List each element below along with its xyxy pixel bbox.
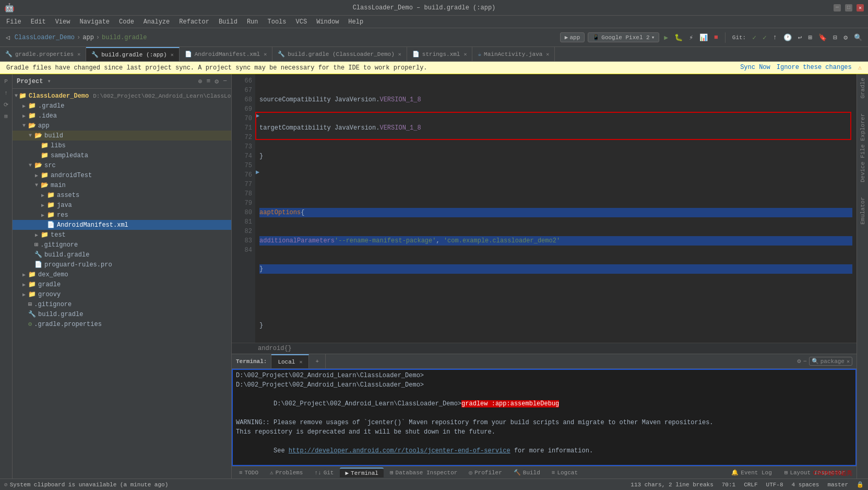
tree-item-androidtest[interactable]: ▶ 📁 androidTest xyxy=(13,170,231,180)
tree-item-gitignore-root[interactable]: ⊞ .gitignore xyxy=(13,299,231,309)
tree-item-gradle-props-root[interactable]: ⚙ .gradle.properties xyxy=(13,319,231,329)
tree-item-libs[interactable]: 📁 libs xyxy=(13,141,231,150)
ignore-changes-link[interactable]: Ignore these changes xyxy=(777,64,852,72)
tab-mainactivity[interactable]: ☕ MainActivity.java ✕ xyxy=(472,47,555,61)
tab-build-gradle-app[interactable]: 🔧 build.gradle (:app) ✕ xyxy=(86,47,179,61)
fold-arrow-70[interactable]: ▶ xyxy=(256,112,259,120)
menu-run[interactable]: Run xyxy=(243,17,263,27)
panel-dropdown-icon[interactable]: ▾ xyxy=(47,77,51,85)
sync-now-link[interactable]: Sync Now xyxy=(740,64,770,72)
profile-button[interactable]: 📊 xyxy=(698,32,709,43)
panel-sync-icon[interactable]: ⊕ xyxy=(198,77,203,86)
git-history-icon[interactable]: 🕐 xyxy=(782,32,793,43)
menu-navigate[interactable]: Navigate xyxy=(75,17,114,27)
panel-collapse-icon[interactable]: ≡ xyxy=(207,77,211,85)
git-check2-icon[interactable]: ✓ xyxy=(761,32,768,43)
footer-tab-git[interactable]: ↑↓ Git xyxy=(309,469,339,477)
coverage-button[interactable]: ⚡ xyxy=(687,32,695,43)
menu-file[interactable]: File xyxy=(2,17,26,27)
tree-item-main[interactable]: ▼ 📂 main xyxy=(13,180,231,190)
tree-item-androidmanifest[interactable]: 📄 AndroidManifest.xml xyxy=(13,220,231,230)
tab-androidmanifest[interactable]: 📄 AndroidManifest.xml ✕ xyxy=(180,47,272,61)
tree-item-groovy[interactable]: ▶ 📁 groovy xyxy=(13,289,231,299)
tree-item-sampledata[interactable]: 📁 sampledata xyxy=(13,150,231,160)
stop-button[interactable]: ■ xyxy=(712,32,720,42)
git-revert-icon[interactable]: ↩ xyxy=(796,32,804,43)
tree-item-res[interactable]: ▶ 📁 res xyxy=(13,210,231,220)
git-push-icon[interactable]: ↑ xyxy=(771,32,779,42)
terminal-local-close[interactable]: ✕ xyxy=(299,359,302,365)
resource-manager-icon[interactable]: ⊞ xyxy=(1,111,11,121)
tree-item-src[interactable]: ▼ 📂 src xyxy=(13,160,231,170)
term-link[interactable]: http://developer.android.com/r/tools/jce… xyxy=(289,447,510,454)
tree-item-gitignore-app[interactable]: ⊞ .gitignore xyxy=(13,240,231,250)
tab-strings-xml[interactable]: 📄 strings.xml ✕ xyxy=(407,47,473,61)
breadcrumb-app[interactable]: app xyxy=(82,34,94,41)
breadcrumb-file[interactable]: build.gradle xyxy=(102,34,147,41)
project-icon[interactable]: P xyxy=(1,76,11,87)
run-config-button[interactable]: ▶ app xyxy=(560,32,585,42)
right-strip-device-explorer[interactable]: Device File Explorer xyxy=(859,112,867,184)
tab-close-strings[interactable]: ✕ xyxy=(463,51,467,57)
terminal-search-close[interactable]: ✕ xyxy=(847,358,850,365)
footer-tab-todo[interactable]: ≡ TODO xyxy=(234,469,264,477)
tree-item-assets[interactable]: ▶ 📁 assets xyxy=(13,190,231,200)
tree-item-app[interactable]: ▼ 📂 app xyxy=(13,121,231,131)
commit-icon[interactable]: ↑ xyxy=(1,88,11,98)
menu-help[interactable]: Help xyxy=(344,17,367,27)
tab-close-manifest[interactable]: ✕ xyxy=(264,51,267,57)
footer-tab-terminal[interactable]: ▶ Terminal xyxy=(340,468,383,477)
terminal-minimize-icon[interactable]: − xyxy=(803,358,807,365)
status-indent[interactable]: 4 spaces xyxy=(792,482,819,488)
menu-view[interactable]: View xyxy=(51,17,75,27)
status-charset[interactable]: UTF-8 xyxy=(766,482,783,488)
status-encoding[interactable]: CRLF xyxy=(744,482,757,488)
git-check-icon[interactable]: ✓ xyxy=(751,32,758,43)
footer-tab-database[interactable]: ⊞ Database Inspector xyxy=(385,468,462,477)
menu-code[interactable]: Code xyxy=(115,17,138,27)
close-button[interactable]: ✕ xyxy=(857,4,864,11)
breadcrumb-project[interactable]: ClassLoader_Demo xyxy=(15,34,75,41)
status-branch[interactable]: master xyxy=(827,482,848,488)
footer-tab-event-log[interactable]: 🔔 Event Log xyxy=(726,468,777,477)
panel-settings-icon[interactable]: ⚙ xyxy=(215,77,219,86)
terminal-add-tab[interactable]: + xyxy=(309,354,326,368)
right-strip-gradle[interactable]: Gradle xyxy=(859,76,867,100)
menu-edit[interactable]: Edit xyxy=(27,17,50,27)
tab-gradle-properties[interactable]: 🔧 gradle.properties ✕ xyxy=(0,47,86,61)
search-everywhere-icon[interactable]: 🔍 xyxy=(852,32,864,43)
debug-button[interactable]: 🐛 xyxy=(673,32,684,43)
bookmark-icon[interactable]: 🔖 xyxy=(817,32,828,43)
footer-tab-logcat[interactable]: ≡ Logcat xyxy=(546,469,583,477)
panel-close-icon[interactable]: − xyxy=(223,77,227,85)
layout-icon[interactable]: ⊟ xyxy=(831,32,839,43)
tree-item-gradle[interactable]: ▶ 📁 .gradle xyxy=(13,101,231,111)
maximize-button[interactable]: □ xyxy=(845,4,852,11)
footer-tab-profiler[interactable]: ◎ Profiler xyxy=(463,468,507,477)
minimize-button[interactable]: ─ xyxy=(834,4,841,11)
tree-item-test[interactable]: ▶ 📁 test xyxy=(13,230,231,240)
status-position[interactable]: 70:1 xyxy=(722,482,735,488)
tab-close-gradle-props[interactable]: ✕ xyxy=(77,51,80,57)
tree-item-build[interactable]: ▼ 📂 build xyxy=(13,131,231,141)
tab-close-build-gradle-proj[interactable]: ✕ xyxy=(398,51,401,57)
footer-tab-build[interactable]: 🔨 Build xyxy=(508,468,545,477)
footer-tab-problems[interactable]: ⚠ Problems xyxy=(265,468,308,477)
tab-build-gradle-project[interactable]: 🔧 build.gradle (ClassLoader_Demo) ✕ xyxy=(272,47,407,61)
menu-build[interactable]: Build xyxy=(215,17,242,27)
tab-close-build-gradle-app[interactable]: ✕ xyxy=(171,52,174,58)
settings-icon[interactable]: ⚙ xyxy=(842,32,849,43)
menu-window[interactable]: Window xyxy=(312,17,343,27)
right-strip-emulator[interactable]: Emulator xyxy=(859,195,867,226)
play-button[interactable]: ▶ xyxy=(662,32,670,43)
tab-close-mainactivity[interactable]: ✕ xyxy=(546,51,549,57)
menu-analyze[interactable]: Analyze xyxy=(139,17,174,27)
tree-item-java[interactable]: ▶ 📁 java xyxy=(13,200,231,210)
back-icon[interactable]: ◁ xyxy=(4,32,11,43)
menu-vcs[interactable]: VCS xyxy=(292,17,312,27)
tree-item-proguard[interactable]: 📄 proguard-rules.pro xyxy=(13,260,231,270)
tree-item-dex-demo[interactable]: ▶ 📁 dex_demo xyxy=(13,270,231,279)
terminal-settings-icon[interactable]: ⚙ xyxy=(797,357,801,365)
terminal-content[interactable]: D:\002_Project\002_Android_Learn\ClassLo… xyxy=(232,369,857,466)
tree-item-root[interactable]: ▼ 📁 ClassLoader_Demo D:\002_Project\002_… xyxy=(13,91,231,101)
